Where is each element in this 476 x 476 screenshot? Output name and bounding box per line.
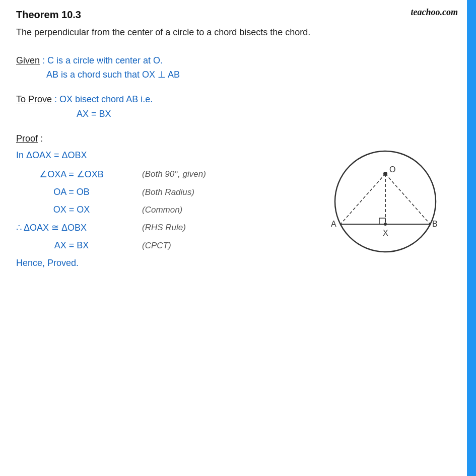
proof-reason-4: (RHS Rule) <box>142 223 186 233</box>
theorem-statement: The perpendicular from the center of a c… <box>16 26 460 39</box>
proof-eq-1: ∠OXA = ∠OXB <box>16 169 127 180</box>
to-prove-row: To Prove : OX bisect chord AB i.e. <box>16 94 460 105</box>
proof-eq-2: OA = OB <box>16 187 127 197</box>
svg-text:X: X <box>383 229 388 237</box>
given-row: Given : C is a circle with center at O. <box>16 55 460 66</box>
svg-text:B: B <box>432 220 438 228</box>
svg-line-9 <box>385 174 430 224</box>
theorem-title: Theorem 10.3 <box>16 9 460 21</box>
proof-eq-3: OX = OX <box>16 205 127 215</box>
svg-text:A: A <box>331 220 336 228</box>
proof-reason-2: (Both Radius) <box>142 187 194 197</box>
svg-point-11 <box>384 223 387 226</box>
proof-reason-5: (CPCT) <box>142 241 171 251</box>
given-line2: AB is a chord such that OX ⊥ AB <box>46 69 460 80</box>
proof-colon: : <box>38 133 43 144</box>
given-line1: : C is a circle with center at O. <box>40 55 163 66</box>
svg-line-8 <box>341 174 385 224</box>
svg-text:O: O <box>389 165 395 174</box>
brand-logo: teachoo.com <box>411 7 458 18</box>
to-prove-equation: AX = BX <box>77 109 460 119</box>
diagram-container: O A B X <box>320 146 451 267</box>
proof-eq-5: AX = BX <box>16 240 127 251</box>
proof-label: Proof <box>16 133 38 144</box>
given-label: Given <box>16 55 40 66</box>
proof-reason-1: (Both 90°, given) <box>142 169 206 179</box>
sidebar-bar <box>467 0 476 476</box>
proof-header: Proof : <box>16 133 460 144</box>
given-block: Given : C is a circle with center at O. … <box>16 55 460 80</box>
proof-reason-3: (Common) <box>142 205 182 215</box>
geometry-diagram: O A B X <box>320 146 451 267</box>
to-prove-text: : OX bisect chord AB i.e. <box>52 94 153 105</box>
to-prove-block: To Prove : OX bisect chord AB i.e. AX = … <box>16 94 460 119</box>
proof-eq-4: ∴ ΔOAX ≅ ΔOBX <box>16 222 127 233</box>
to-prove-label: To Prove <box>16 94 52 105</box>
